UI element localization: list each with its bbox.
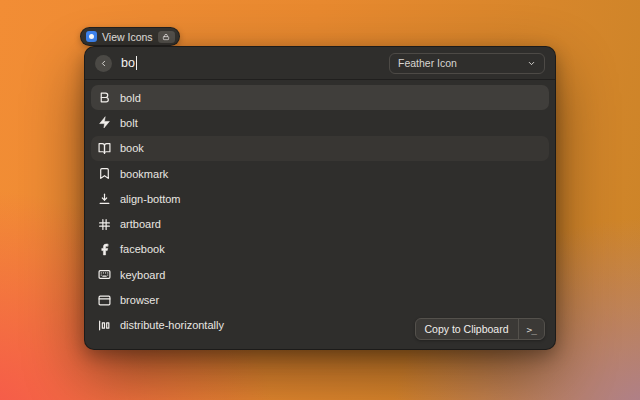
list-item-align-bottom[interactable]: align-bottom xyxy=(91,186,549,211)
list-item-bookmark[interactable]: bookmark xyxy=(91,161,549,186)
text-caret xyxy=(136,56,137,70)
keyboard-icon xyxy=(97,268,111,281)
shortcut-key: >_ xyxy=(519,324,544,335)
book-icon xyxy=(97,142,111,155)
list-item-keyboard[interactable]: keyboard xyxy=(91,262,549,287)
list-item-bold[interactable]: bold xyxy=(91,85,549,110)
pill-label: View Icons xyxy=(102,31,153,43)
chevron-down-icon xyxy=(527,59,536,68)
view-icons-window: bo Feather Icon bold bolt book xyxy=(84,46,556,350)
view-icons-app-icon xyxy=(86,31,97,42)
artboard-icon xyxy=(97,218,111,231)
lock-icon xyxy=(158,31,175,43)
icon-results-list: bold bolt book bookmark align-bottom xyxy=(85,80,555,349)
list-item-bolt[interactable]: bolt xyxy=(91,110,549,135)
search-bar: bo Feather Icon xyxy=(85,47,555,80)
list-item-browser[interactable]: browser xyxy=(91,287,549,312)
bold-icon xyxy=(97,91,111,104)
facebook-icon xyxy=(97,243,111,256)
distribute-horizontally-icon xyxy=(97,319,111,332)
search-input[interactable]: bo xyxy=(121,56,137,70)
bookmark-icon xyxy=(97,167,111,180)
list-item-book[interactable]: book xyxy=(91,136,549,161)
icon-set-dropdown-value: Feather Icon xyxy=(398,57,521,69)
browser-icon xyxy=(97,294,111,307)
chevron-left-icon xyxy=(99,59,108,68)
copy-to-clipboard-button[interactable]: Copy to Clipboard >_ xyxy=(415,318,546,340)
back-button[interactable] xyxy=(95,55,112,72)
bolt-icon xyxy=(97,116,111,129)
list-item-artboard[interactable]: artboard xyxy=(91,211,549,236)
icon-set-dropdown[interactable]: Feather Icon xyxy=(389,53,545,74)
view-icons-pill[interactable]: View Icons xyxy=(80,27,180,46)
align-bottom-icon xyxy=(97,192,111,205)
list-item-facebook[interactable]: facebook xyxy=(91,237,549,262)
